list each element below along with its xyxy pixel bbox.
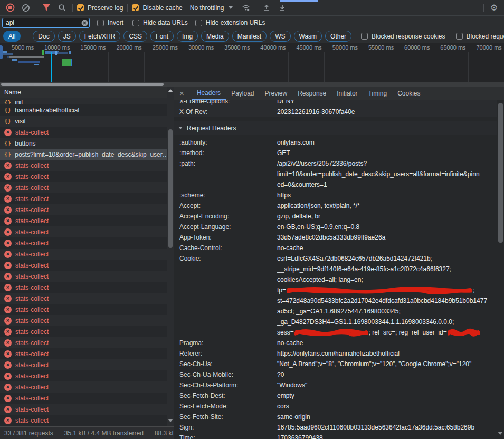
request-row[interactable]: {}posts?limit=10&order=publish_date_desc… xyxy=(0,149,174,160)
filter-pill-doc[interactable]: Doc xyxy=(33,31,54,42)
header-value-text: same-origin xyxy=(277,413,310,421)
filter-pill-font[interactable]: Font xyxy=(150,31,174,42)
filter-pill-other[interactable]: Other xyxy=(325,31,351,42)
request-row[interactable]: ×stats-collect xyxy=(0,182,174,193)
filter-pill-js[interactable]: JS xyxy=(58,31,76,42)
import-har-icon[interactable] xyxy=(261,2,272,14)
request-row[interactable]: ×stats-collect xyxy=(0,415,174,426)
request-name: stats-collect xyxy=(15,373,49,380)
export-har-icon[interactable] xyxy=(277,2,288,14)
request-row[interactable]: {}visit xyxy=(0,116,174,127)
transferred-size: 35.1 kB / 4.4 MB transferred xyxy=(64,430,144,437)
request-row[interactable]: {}init xyxy=(0,98,174,104)
filter-pill-media[interactable]: Media xyxy=(201,31,229,42)
request-row[interactable]: ×stats-collect xyxy=(0,282,174,293)
scrollbar-thumb[interactable] xyxy=(168,129,173,248)
settings-gear-icon[interactable]: ⚙ xyxy=(488,2,500,14)
request-name: stats-collect xyxy=(15,129,49,136)
request-row[interactable]: ×stats-collect xyxy=(0,348,174,359)
request-headers-section[interactable]: Request Headers xyxy=(174,121,497,135)
waterfall-bar xyxy=(34,64,39,65)
record-button[interactable] xyxy=(4,2,16,14)
header-value-line: 16785:5aad9602cf110608b03133de563642fac1… xyxy=(277,422,497,433)
header-value-text: ; ref_src=; reg_ref_user_id= xyxy=(369,329,447,336)
request-row[interactable]: ×stats-collect xyxy=(0,226,174,237)
request-row[interactable]: ×stats-collect xyxy=(0,237,174,249)
header-value: 202312261916-30670fa40e xyxy=(277,107,497,117)
request-row[interactable]: ×stats-collect xyxy=(0,293,174,304)
filter-toggle-icon[interactable] xyxy=(41,2,52,14)
filter-pill-fetch-xhr[interactable]: Fetch/XHR xyxy=(79,31,121,42)
error-icon: × xyxy=(4,384,12,391)
scroll-down-icon[interactable] xyxy=(168,419,173,422)
request-row[interactable]: ×stats-collect xyxy=(0,359,174,370)
header-value: en-GB,en-US;q=0.9,en;q=0.8 xyxy=(277,222,497,232)
clear-button[interactable] xyxy=(20,2,32,14)
filter-pill-manifest[interactable]: Manifest xyxy=(232,31,267,42)
hide-data-urls-checkbox[interactable]: Hide data URLs xyxy=(132,19,188,26)
request-row[interactable]: ×stats-collect xyxy=(0,326,174,337)
request-row[interactable]: ×stats-collect xyxy=(0,249,174,260)
request-row[interactable]: ×stats-collect xyxy=(0,127,174,138)
request-row[interactable]: ×stats-collect xyxy=(0,204,174,215)
name-column-header[interactable]: Name xyxy=(0,87,174,98)
header-value-text: _ga_D4827DS3H4=GS1.1.1698003344.1.1.1698… xyxy=(277,318,454,326)
close-icon[interactable]: × xyxy=(179,89,184,98)
tab-timing[interactable]: Timing xyxy=(363,87,393,100)
filter-pill-ws[interactable]: WS xyxy=(270,31,290,42)
request-row[interactable]: ×stats-collect xyxy=(0,271,174,282)
request-name: stats-collect xyxy=(15,384,49,391)
tab-preview[interactable]: Preview xyxy=(260,87,293,100)
request-row[interactable]: ×stats-collect xyxy=(0,381,174,393)
header-value-line: same-origin xyxy=(277,412,497,422)
request-row[interactable]: ×stats-collect xyxy=(0,171,174,182)
request-row[interactable]: ×stats-collect xyxy=(0,370,174,381)
header-key: Time: xyxy=(174,433,277,439)
request-row[interactable]: ×stats-collect xyxy=(0,393,174,404)
tab-cookies[interactable]: Cookies xyxy=(392,87,425,100)
request-list-scrollbar[interactable] xyxy=(167,87,174,426)
checkbox-box xyxy=(132,20,139,26)
request-row[interactable]: ×stats-collect xyxy=(0,215,174,226)
request-row[interactable]: ×stats-collect xyxy=(0,315,174,326)
timeline-overview[interactable]: 5000 ms10000 ms15000 ms20000 ms25000 ms3… xyxy=(0,43,504,82)
network-filter-input[interactable] xyxy=(2,18,90,28)
invert-checkbox[interactable]: Invert xyxy=(97,19,123,26)
overview-scrollbar[interactable] xyxy=(0,82,504,87)
scroll-up-icon[interactable] xyxy=(168,89,173,92)
clear-input-icon[interactable] xyxy=(81,20,88,26)
blocked-requests-checkbox[interactable]: Blocked requests xyxy=(456,33,504,40)
header-key: :path: xyxy=(174,158,277,190)
filter-pill-css[interactable]: CSS xyxy=(123,31,147,42)
request-row[interactable]: ×stats-collect xyxy=(0,193,174,204)
request-row[interactable]: {}buttons xyxy=(0,138,174,149)
request-row[interactable]: ×stats-collect xyxy=(0,304,174,315)
filter-pill-img[interactable]: Img xyxy=(177,31,198,42)
preserve-log-checkbox[interactable]: Preserve log xyxy=(77,4,123,12)
request-row[interactable]: ×stats-collect xyxy=(0,337,174,348)
network-conditions-icon[interactable] xyxy=(240,2,252,14)
request-row[interactable]: ×stats-collect xyxy=(0,260,174,271)
filter-pill-wasm[interactable]: Wasm xyxy=(294,31,322,42)
request-row[interactable]: {}hannahelizabethofficial xyxy=(0,104,174,116)
scrollbar-thumb[interactable] xyxy=(498,103,503,243)
overview-range-handle[interactable] xyxy=(0,45,3,59)
throttling-dropdown[interactable]: No throttling xyxy=(190,4,233,12)
header-value-line: gzip, deflate, br xyxy=(277,211,497,222)
header-key: Sec-Fetch-Dest: xyxy=(174,390,277,401)
scrollbar-thumb[interactable] xyxy=(1,83,164,86)
request-row[interactable]: ×stats-collect xyxy=(0,160,174,171)
search-icon[interactable] xyxy=(56,2,68,14)
disable-cache-checkbox[interactable]: Disable cache xyxy=(132,4,182,12)
request-row[interactable]: ×stats-collect xyxy=(0,404,174,415)
tab-payload[interactable]: Payload xyxy=(226,87,259,100)
detail-scrollbar[interactable] xyxy=(497,100,504,439)
filter-pill-all[interactable]: All xyxy=(3,31,21,42)
scroll-down-icon[interactable] xyxy=(498,432,503,435)
blocked-response-cookies-checkbox[interactable]: Blocked response cookies xyxy=(361,33,445,40)
tab-headers[interactable]: Headers xyxy=(192,87,226,100)
error-icon: × xyxy=(4,217,12,225)
tab-response[interactable]: Response xyxy=(292,87,331,100)
tab-initiator[interactable]: Initiator xyxy=(331,87,363,100)
hide-extension-urls-checkbox[interactable]: Hide extension URLs xyxy=(195,19,265,26)
